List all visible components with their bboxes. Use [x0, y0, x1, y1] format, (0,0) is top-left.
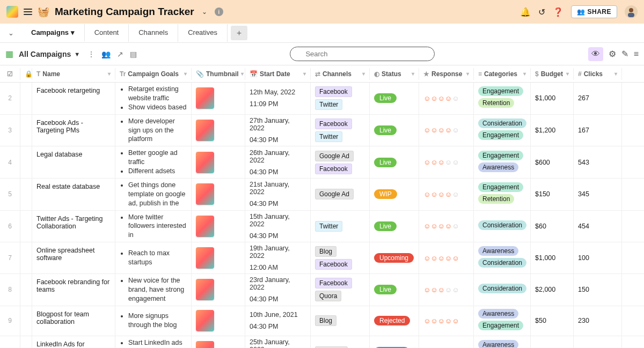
cell-date[interactable]: 15th January, 202204:30 PM	[245, 211, 311, 242]
cell-response[interactable]: ☺☺☺☺☺	[419, 179, 474, 210]
cell-goals[interactable]: Start LinkedIn ads for marketing persona…	[115, 336, 192, 348]
cell-response[interactable]: ☺☺☺☺☺	[419, 274, 474, 306]
cell-categories[interactable]: ConsiderationEngagement	[474, 115, 531, 146]
cell-goals[interactable]: Retarget existing website trafficShow vi…	[115, 83, 192, 114]
cell-clicks[interactable]: 167	[574, 115, 622, 146]
history-icon[interactable]: ↺	[538, 7, 545, 17]
category-chip[interactable]: Retention	[478, 194, 514, 204]
cell-status[interactable]: Revision	[370, 336, 419, 348]
cell-budget[interactable]: $600	[531, 146, 574, 178]
checkbox-icon[interactable]: ☑	[7, 70, 13, 78]
cell-categories[interactable]: EngagementAwareness	[474, 146, 531, 178]
col-status[interactable]: ◐Status▾	[370, 68, 419, 80]
cell-budget[interactable]: $50	[531, 306, 574, 336]
cell-status[interactable]: Rejected	[370, 306, 419, 336]
table-row[interactable]: 9 Blogpost for team collaboration More s…	[0, 306, 644, 336]
col-name[interactable]: TName▾	[32, 68, 115, 80]
cell-budget[interactable]: $2,000	[531, 274, 574, 306]
col-clicks[interactable]: #Clicks▾	[574, 68, 622, 80]
col-start-date[interactable]: 📅Start Date▾	[245, 68, 311, 80]
channel-chip[interactable]: Facebook	[315, 164, 352, 174]
category-chip[interactable]: Consideration	[478, 220, 526, 230]
channel-chip[interactable]: Twitter	[315, 131, 342, 142]
cell-thumbnail[interactable]	[192, 211, 245, 242]
category-chip[interactable]: Retention	[478, 98, 514, 108]
tab-campaigns[interactable]: Campaigns ▾	[21, 24, 85, 42]
cell-status[interactable]: Live	[370, 115, 419, 146]
col-budget[interactable]: $Budget▾	[531, 68, 574, 80]
cell-clicks[interactable]: 100	[574, 242, 622, 273]
cell-thumbnail[interactable]	[192, 306, 245, 336]
cell-clicks[interactable]: 345	[574, 179, 622, 210]
cell-categories[interactable]: Consideration	[474, 274, 531, 306]
category-chip[interactable]: Engagement	[478, 151, 523, 160]
share-button[interactable]: 👥 SHARE	[571, 5, 617, 18]
cell-response[interactable]: ☺☺☺☺☺	[419, 306, 474, 336]
cell-name[interactable]: Facebook Ads - Targeting PMs	[32, 115, 115, 146]
cell-response[interactable]: ☺☺☺☺☺	[419, 211, 474, 242]
more-icon[interactable]: ⋮	[87, 50, 95, 58]
channel-chip[interactable]: Facebook	[315, 86, 352, 97]
cell-channels[interactable]: FacebookQuora	[311, 274, 370, 306]
category-chip[interactable]: Awareness	[478, 162, 518, 172]
tab-content[interactable]: Content	[85, 24, 129, 42]
cell-thumbnail[interactable]	[192, 242, 245, 273]
cell-thumbnail[interactable]	[192, 146, 245, 178]
category-chip[interactable]: Engagement	[478, 182, 523, 192]
cell-budget[interactable]: $1,000	[531, 242, 574, 273]
tabs-expand-icon[interactable]: ⌄	[0, 29, 21, 37]
category-chip[interactable]: Engagement	[478, 130, 523, 140]
export-icon[interactable]: ↗	[117, 50, 123, 58]
notifications-icon[interactable]: 🔔	[520, 7, 531, 17]
cell-budget[interactable]: $60	[531, 211, 574, 242]
cell-channels[interactable]: Twitter	[311, 211, 370, 242]
help-icon[interactable]: ❓	[553, 7, 564, 17]
cell-goals[interactable]: Reach to max startups	[115, 242, 192, 273]
cell-status[interactable]: Live	[370, 211, 419, 242]
col-response[interactable]: ★Response▾	[419, 68, 474, 80]
cell-budget[interactable]: $1,000	[531, 83, 574, 114]
cell-name[interactable]: Blogpost for team collaboration	[32, 306, 115, 336]
menu-toggle-icon[interactable]	[24, 9, 32, 15]
collaborators-icon[interactable]: 👥	[101, 50, 111, 58]
cell-clicks[interactable]: 100	[574, 336, 622, 348]
col-goals[interactable]: TrCampaign Goals▾	[115, 68, 192, 80]
cell-clicks[interactable]: 230	[574, 306, 622, 336]
cell-channels[interactable]: Blog	[311, 306, 370, 336]
table-row[interactable]: 8 Facebook rebranding for teams New voic…	[0, 274, 644, 306]
cell-categories[interactable]: AwarenessEngagement	[474, 306, 531, 336]
channel-chip[interactable]: Facebook	[315, 259, 352, 270]
table-row[interactable]: 10 LinkedIn Ads for marketing automation…	[0, 336, 644, 348]
channel-chip[interactable]: Quora	[315, 291, 341, 301]
cell-channels[interactable]: FacebookTwitter	[311, 115, 370, 146]
cell-name[interactable]: Facebook rebranding for teams	[32, 274, 115, 306]
cell-thumbnail[interactable]	[192, 179, 245, 210]
cell-goals[interactable]: More developer sign ups on the platform	[115, 115, 192, 146]
cell-clicks[interactable]: 454	[574, 211, 622, 242]
cell-budget[interactable]: $2,000	[531, 336, 574, 348]
visibility-icon[interactable]: 👁	[588, 47, 603, 61]
cell-goals[interactable]: More signups through the blog	[115, 306, 192, 336]
channel-chip[interactable]: Twitter	[315, 221, 342, 232]
table-row[interactable]: 6 Twitter Ads - Targeting Collaboration …	[0, 211, 644, 243]
cell-channels[interactable]: FacebookTwitter	[311, 83, 370, 114]
tab-creatives[interactable]: Creatives	[178, 24, 228, 42]
cell-status[interactable]: Upcoming	[370, 242, 419, 273]
col-thumbnail[interactable]: 📎Thumbnail▾	[192, 68, 245, 80]
category-chip[interactable]: Awareness	[478, 246, 518, 256]
app-logo[interactable]	[6, 6, 18, 18]
channel-chip[interactable]: Facebook	[315, 119, 352, 129]
search-input[interactable]	[290, 47, 435, 61]
table-row[interactable]: 2 Facebook retargeting Retarget existing…	[0, 83, 644, 115]
cell-categories[interactable]: AwarenessConsideration	[474, 336, 531, 348]
cell-thumbnail[interactable]	[192, 83, 245, 114]
info-icon[interactable]: i	[215, 8, 223, 16]
cell-thumbnail[interactable]	[192, 115, 245, 146]
cell-budget[interactable]: $150	[531, 179, 574, 210]
category-chip[interactable]: Consideration	[478, 119, 526, 128]
channel-chip[interactable]: Blog	[315, 315, 336, 326]
cell-date[interactable]: 26th January, 202204:30 PM	[245, 146, 311, 178]
cell-budget[interactable]: $1,200	[531, 115, 574, 146]
cell-goals[interactable]: Get things done template on google ad, p…	[115, 179, 192, 210]
cell-date[interactable]: 21st January, 202204:30 PM	[245, 179, 311, 210]
